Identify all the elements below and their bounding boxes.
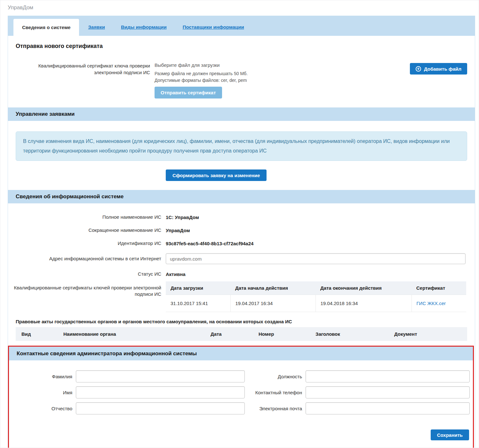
send-certificate-button[interactable]: Отправить сертификат — [155, 87, 222, 98]
status-value: Активна — [166, 271, 186, 277]
plus-icon: + — [416, 66, 421, 72]
col-certificate: Сертификат — [411, 281, 466, 295]
short-name-value: УправДом — [166, 228, 190, 233]
admin-contacts-section: Контактные сведения администратора инфор… — [8, 346, 474, 448]
tab-bar: Сведения о системе Заявки Виды информаци… — [8, 16, 475, 36]
short-name-label: Сокращенное наименование ИС — [8, 227, 166, 233]
requests-section-header: Управление заявками — [8, 107, 475, 121]
identifier-label: Идентификатор ИС — [8, 240, 166, 247]
add-file-button[interactable]: + Добавить файл — [410, 63, 467, 75]
file-size-hint: Размер файла не должен превышать 50 Мб. — [155, 71, 410, 76]
tab-requests[interactable]: Заявки — [88, 24, 105, 30]
col-valid-to: Дата окончания действия — [315, 281, 411, 295]
short-name-row: Сокращенное наименование ИС УправДом — [8, 227, 475, 233]
system-info-section-header: Сведения об информационной системе — [8, 190, 475, 203]
certificate-table-row: 31.10.2017 15:41 19.04.2017 16:34 19.04.… — [166, 295, 466, 312]
certificates-table-header-row: Дата загрузки Дата начала действия Дата … — [166, 281, 466, 295]
file-format-hint: Допустимые форматы файлов: cer, der, pem — [155, 78, 410, 83]
legal-acts-label: Правовые акты государственных органов и … — [16, 319, 467, 324]
admin-contacts-header: Контактные сведения администратора инфор… — [9, 347, 473, 360]
address-input[interactable] — [166, 253, 466, 264]
page: УправДом Сведения о системе Заявки Виды … — [0, 0, 479, 448]
contacts-left-column: Фамилия Имя Отчество — [9, 370, 245, 418]
col-act-authority: Наименование органа — [63, 331, 211, 337]
address-row: Адрес информационной системы в сети Инте… — [8, 253, 475, 264]
identifier-row: Идентификатор ИС 93c87fe5-eac5-4f40-8b13… — [8, 240, 475, 247]
certificates-row: Квалифицированные сертификаты ключей про… — [8, 281, 475, 312]
cert-upload-row: Квалифицированный сертификат ключа прове… — [8, 62, 475, 98]
identifier-value: 93c87fe5-eac5-4f40-8b13-cf72acf94a24 — [166, 241, 253, 246]
position-input[interactable] — [306, 370, 470, 382]
name-input[interactable] — [76, 386, 245, 398]
admin-contacts-title: Контактные сведения администратора инфор… — [17, 350, 197, 357]
col-upload-date: Дата загрузки — [166, 281, 230, 295]
tab-information-providers[interactable]: Поставщики информации — [183, 24, 244, 30]
contacts-right-column: Должность Контактный телефон Электронная… — [245, 370, 473, 418]
system-info-section-title: Сведения об информационной системе — [16, 193, 124, 200]
col-act-type: Вид — [21, 331, 63, 337]
email-input[interactable] — [306, 402, 470, 414]
col-act-document: Документ — [394, 331, 467, 337]
save-button[interactable]: Сохранить — [431, 429, 469, 440]
phone-input[interactable] — [306, 386, 470, 398]
col-act-number: Номер — [259, 331, 315, 337]
certificates-table: Дата загрузки Дата начала действия Дата … — [166, 281, 466, 312]
requests-notice: В случае изменения вида ИС, наименования… — [16, 131, 467, 161]
surname-label: Фамилия — [9, 374, 76, 379]
cert-upload-info: Выберите файл для загрузки Размер файла … — [155, 62, 410, 98]
phone-row: Контактный телефон — [245, 386, 470, 398]
col-act-date: Дата — [211, 331, 259, 337]
surname-row: Фамилия — [9, 370, 245, 382]
legal-acts-table-header: Вид Наименование органа Дата Номер Загол… — [16, 327, 467, 341]
cert-field-label: Квалифицированный сертификат ключа прове… — [16, 62, 155, 98]
patronymic-label: Отчество — [9, 406, 76, 411]
create-change-request-button[interactable]: Сформировать заявку на изменение — [166, 169, 267, 181]
cell-upload-date: 31.10.2017 15:41 — [166, 295, 230, 312]
add-file-button-label: Добавить файл — [424, 66, 461, 72]
status-label: Статус ИС — [8, 271, 166, 277]
email-label: Электронная почта — [245, 406, 306, 411]
tab-information-types[interactable]: Виды информации — [121, 24, 167, 30]
name-row: Имя — [9, 386, 245, 398]
address-label: Адрес информационной системы в сети Инте… — [8, 255, 166, 262]
patronymic-row: Отчество — [9, 402, 245, 414]
patronymic-input[interactable] — [76, 402, 245, 414]
tab-content: Отправка нового сертификата Квалифициров… — [8, 43, 475, 448]
certificate-file-link[interactable]: ГИС ЖКХ.cer — [417, 301, 446, 306]
requests-section-title: Управление заявками — [16, 111, 75, 117]
full-name-row: Полное наименование ИС 1С: УправДом — [8, 214, 475, 220]
name-label: Имя — [9, 390, 76, 395]
cell-valid-from: 19.04.2017 16:34 — [230, 295, 315, 312]
position-label: Должность — [245, 374, 306, 379]
full-name-value: 1С: УправДом — [166, 215, 199, 220]
phone-label: Контактный телефон — [245, 390, 306, 395]
cell-valid-to: 19.04.2018 16:34 — [315, 295, 411, 312]
email-row: Электронная почта — [245, 402, 470, 414]
status-row: Статус ИС Активна — [8, 271, 475, 277]
position-row: Должность — [245, 370, 470, 382]
page-title: УправДом — [8, 4, 479, 11]
certificates-label: Квалифицированные сертификаты ключей про… — [8, 281, 166, 297]
full-name-label: Полное наименование ИС — [8, 214, 166, 220]
surname-input[interactable] — [76, 370, 245, 382]
main-panel: Сведения о системе Заявки Виды информаци… — [8, 16, 475, 448]
cert-upload-title: Отправка нового сертификата — [16, 43, 475, 50]
admin-contacts-form: Фамилия Имя Отчество — [9, 370, 473, 418]
col-act-title: Заголовок — [315, 331, 394, 337]
col-valid-from: Дата начала действия — [230, 281, 315, 295]
choose-file-text: Выберите файл для загрузки — [155, 62, 410, 68]
tab-system-info[interactable]: Сведения о системе — [13, 19, 79, 36]
